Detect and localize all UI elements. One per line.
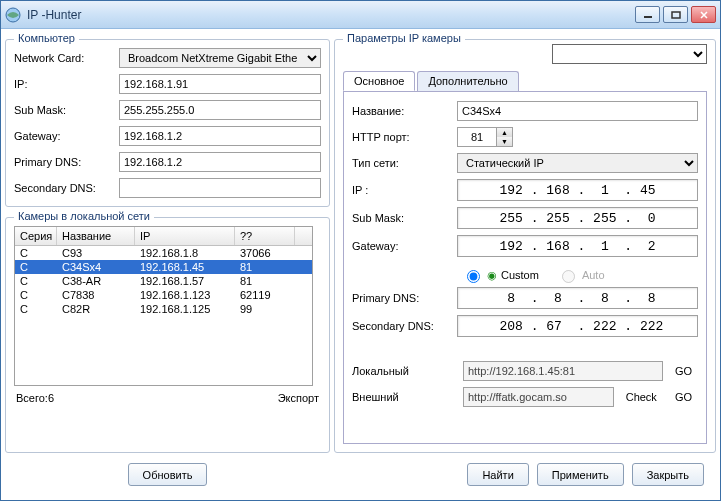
app-icon bbox=[5, 7, 21, 23]
camera-list[interactable]: Серия Название IP ?? CC93192.168.1.83706… bbox=[14, 226, 313, 386]
tab-body: Название: HTTP порт: ▲▼ Тип се bbox=[343, 91, 707, 444]
ip-field[interactable] bbox=[119, 74, 321, 94]
submask-field[interactable] bbox=[119, 100, 321, 120]
cell: 37066 bbox=[235, 246, 295, 260]
http-port-field[interactable] bbox=[457, 127, 497, 147]
local-go-button[interactable]: GO bbox=[669, 365, 698, 377]
dns-auto-radio: Auto bbox=[557, 267, 605, 283]
list-header: Серия Название IP ?? bbox=[15, 227, 312, 246]
external-link-label: Внешний bbox=[352, 391, 457, 403]
svg-rect-2 bbox=[672, 12, 680, 18]
cell: C bbox=[15, 260, 57, 274]
table-row[interactable]: CC38-AR192.168.1.5781 bbox=[15, 274, 312, 288]
primary-dns-label: Primary DNS: bbox=[14, 156, 119, 168]
cell: 81 bbox=[235, 260, 295, 274]
table-row[interactable]: CC34Sx4192.168.1.4581 bbox=[15, 260, 312, 274]
http-port-spinner[interactable]: ▲▼ bbox=[497, 127, 513, 147]
secondary-dns-field[interactable] bbox=[119, 178, 321, 198]
col-port[interactable]: ?? bbox=[235, 227, 295, 245]
cam-secondary-dns-field[interactable]: 208 . 67 . 222 . 222 bbox=[457, 315, 698, 337]
cell: C38-AR bbox=[57, 274, 135, 288]
titlebar: IP -Hunter bbox=[1, 1, 720, 29]
cam-gateway-field[interactable]: 192 . 168 . 1 . 2 bbox=[457, 235, 698, 257]
computer-legend: Компьютер bbox=[14, 32, 79, 44]
computer-group: Компьютер Network Card: Broadcom NetXtre… bbox=[5, 39, 330, 207]
cam-ip-label: IP : bbox=[352, 184, 457, 196]
cell: C bbox=[15, 302, 57, 316]
col-ip[interactable]: IP bbox=[135, 227, 235, 245]
table-row[interactable]: CC93192.168.1.837066 bbox=[15, 246, 312, 260]
window-title: IP -Hunter bbox=[27, 8, 635, 22]
cell: C bbox=[15, 246, 57, 260]
cam-ip-field[interactable]: 192 . 168 . 1 . 45 bbox=[457, 179, 698, 201]
cell: C93 bbox=[57, 246, 135, 260]
camera-params-legend: Параметры IP камеры bbox=[343, 32, 465, 44]
cam-submask-field[interactable]: 255 . 255 . 255 . 0 bbox=[457, 207, 698, 229]
close-button[interactable] bbox=[691, 6, 716, 23]
cell: 192.168.1.125 bbox=[135, 302, 235, 316]
cell: 192.168.1.8 bbox=[135, 246, 235, 260]
external-go-button[interactable]: GO bbox=[669, 391, 698, 403]
tab-extra[interactable]: Дополнительно bbox=[417, 71, 518, 91]
cam-primary-dns-field[interactable]: 8 . 8 . 8 . 8 bbox=[457, 287, 698, 309]
lan-cameras-legend: Камеры в локальной сети bbox=[14, 210, 154, 222]
cell: 99 bbox=[235, 302, 295, 316]
app-window: IP -Hunter Компьютер Network Card: Broad… bbox=[0, 0, 721, 501]
gateway-label: Gateway: bbox=[14, 130, 119, 142]
cell: 62119 bbox=[235, 288, 295, 302]
spin-down-icon[interactable]: ▼ bbox=[497, 137, 512, 146]
cam-secondary-dns-label: Secondary DNS: bbox=[352, 320, 457, 332]
table-row[interactable]: CC82R192.168.1.12599 bbox=[15, 302, 312, 316]
submask-label: Sub Mask: bbox=[14, 104, 119, 116]
cell: C34Sx4 bbox=[57, 260, 135, 274]
cam-gateway-label: Gateway: bbox=[352, 240, 457, 252]
gateway-field[interactable] bbox=[119, 126, 321, 146]
cam-name-label: Название: bbox=[352, 105, 457, 117]
table-row[interactable]: CC7838192.168.1.12362119 bbox=[15, 288, 312, 302]
ip-label: IP: bbox=[14, 78, 119, 90]
cam-name-field[interactable] bbox=[457, 101, 698, 121]
refresh-button[interactable]: Обновить bbox=[128, 463, 208, 486]
http-port-label: HTTP порт: bbox=[352, 131, 457, 143]
cell: C7838 bbox=[57, 288, 135, 302]
total-label: Всего:6 bbox=[16, 392, 54, 404]
external-url-field[interactable]: http://ffatk.gocam.so bbox=[463, 387, 614, 407]
svg-rect-1 bbox=[644, 16, 652, 18]
spin-up-icon[interactable]: ▲ bbox=[497, 128, 512, 137]
local-link-label: Локальный bbox=[352, 365, 457, 377]
network-card-label: Network Card: bbox=[14, 52, 119, 64]
secondary-dns-label: Secondary DNS: bbox=[14, 182, 119, 194]
cell: 81 bbox=[235, 274, 295, 288]
camera-params-group: Параметры IP камеры Основное Дополнитель… bbox=[334, 39, 716, 453]
cam-primary-dns-label: Primary DNS: bbox=[352, 292, 457, 304]
camera-selector[interactable] bbox=[552, 44, 707, 64]
tab-main[interactable]: Основное bbox=[343, 71, 415, 91]
cell: 192.168.1.123 bbox=[135, 288, 235, 302]
maximize-button[interactable] bbox=[663, 6, 688, 23]
network-card-select[interactable]: Broadcom NetXtreme Gigabit Ethe bbox=[119, 48, 321, 68]
net-type-select[interactable]: Статический IP bbox=[457, 153, 698, 173]
col-series[interactable]: Серия bbox=[15, 227, 57, 245]
primary-dns-field[interactable] bbox=[119, 152, 321, 172]
close-app-button[interactable]: Закрыть bbox=[632, 463, 704, 486]
cell: 192.168.1.45 bbox=[135, 260, 235, 274]
cell: C bbox=[15, 274, 57, 288]
minimize-button[interactable] bbox=[635, 6, 660, 23]
cell: C82R bbox=[57, 302, 135, 316]
find-button[interactable]: Найти bbox=[467, 463, 528, 486]
dns-custom-radio[interactable]: ◉ Custom bbox=[462, 267, 539, 283]
cam-submask-label: Sub Mask: bbox=[352, 212, 457, 224]
lan-cameras-group: Камеры в локальной сети Серия Название I… bbox=[5, 217, 330, 453]
cell: C bbox=[15, 288, 57, 302]
net-type-label: Тип сети: bbox=[352, 157, 457, 169]
external-check-button[interactable]: Check bbox=[620, 391, 663, 403]
col-name[interactable]: Название bbox=[57, 227, 135, 245]
cell: 192.168.1.57 bbox=[135, 274, 235, 288]
local-url-field[interactable]: http://192.168.1.45:81 bbox=[463, 361, 663, 381]
apply-button[interactable]: Применить bbox=[537, 463, 624, 486]
export-link[interactable]: Экспорт bbox=[278, 392, 319, 404]
